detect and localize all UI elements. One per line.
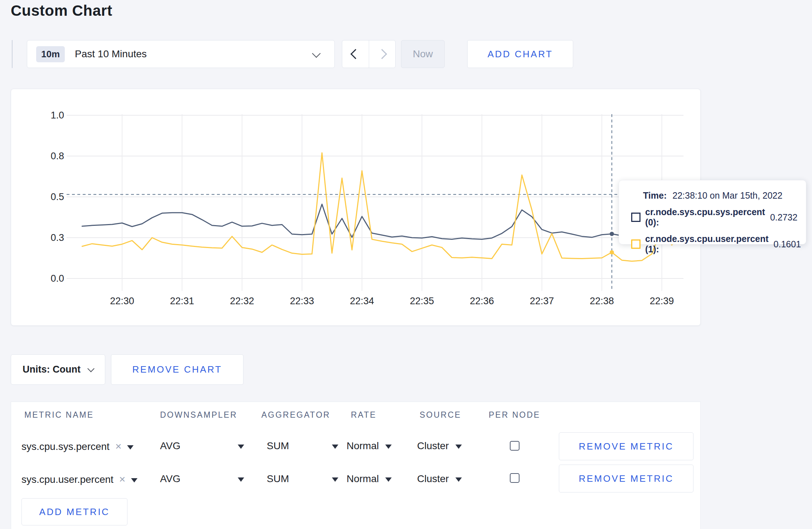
page-title: Custom Chart bbox=[11, 2, 112, 19]
clear-metric-icon[interactable]: × bbox=[119, 473, 126, 485]
rate-select[interactable]: Normal bbox=[347, 440, 392, 452]
downsampler-value: AVG bbox=[160, 440, 180, 451]
col-header-metric-name: METRIC NAME bbox=[24, 410, 94, 420]
dropdown-arrow-icon bbox=[238, 477, 244, 482]
remove-metric-button[interactable]: REMOVE METRIC bbox=[559, 465, 693, 492]
downsampler-select[interactable]: AVG bbox=[160, 440, 244, 452]
chart-card: 0.00.30.50.81.022:3022:3122:3222:3322:34… bbox=[11, 89, 701, 326]
series-user-swatch-icon bbox=[631, 239, 641, 249]
col-header-aggregator: AGGREGATOR bbox=[261, 410, 330, 420]
col-header-source: SOURCE bbox=[420, 410, 461, 420]
tooltip-user-name: cr.node.sys.cpu.user.percent (1): bbox=[645, 234, 769, 254]
dropdown-arrow-icon bbox=[455, 477, 462, 482]
source-value: Cluster bbox=[417, 440, 449, 451]
x-tick-label: 22:37 bbox=[530, 296, 554, 306]
x-tick-label: 22:30 bbox=[110, 296, 134, 306]
series-line bbox=[82, 204, 682, 239]
metric-name-value: sys.cpu.user.percent bbox=[21, 474, 113, 485]
rate-value: Normal bbox=[347, 473, 379, 484]
source-select[interactable]: Cluster bbox=[417, 440, 462, 452]
downsampler-select[interactable]: AVG bbox=[160, 473, 244, 485]
x-tick-label: 22:34 bbox=[350, 296, 374, 306]
metric-name-select[interactable]: sys.cpu.sys.percent× bbox=[21, 440, 134, 452]
time-pager bbox=[342, 40, 396, 68]
y-tick-label: 1.0 bbox=[50, 110, 64, 121]
per-node-checkbox[interactable] bbox=[510, 441, 519, 451]
aggregator-select[interactable]: SUM bbox=[267, 473, 338, 485]
col-header-per-node: PER NODE bbox=[489, 410, 540, 420]
chevron-left-icon bbox=[351, 49, 361, 59]
aggregator-select[interactable]: SUM bbox=[267, 440, 338, 452]
y-tick-label: 0.8 bbox=[50, 151, 64, 161]
metric-name-value: sys.cpu.sys.percent bbox=[21, 441, 110, 452]
remove-metric-button[interactable]: REMOVE METRIC bbox=[559, 432, 693, 460]
y-tick-label: 0.0 bbox=[50, 273, 64, 284]
chevron-down-icon bbox=[312, 49, 320, 58]
units-label: Units: Count bbox=[23, 364, 81, 375]
dropdown-arrow-icon bbox=[455, 445, 462, 449]
y-tick-label: 0.5 bbox=[50, 191, 64, 202]
x-tick-label: 22:31 bbox=[170, 296, 194, 306]
add-metric-button[interactable]: ADD METRIC bbox=[21, 498, 127, 525]
time-range-select[interactable]: 10m Past 10 Minutes bbox=[27, 40, 335, 68]
metric-name-select[interactable]: sys.cpu.user.percent× bbox=[21, 473, 137, 485]
chart-tooltip: Time: 22:38:10 on Mar 15th, 2022 cr.node… bbox=[619, 180, 806, 244]
units-select[interactable]: Units: Count bbox=[11, 354, 105, 385]
tooltip-sys-value: 0.2732 bbox=[770, 212, 797, 223]
source-value: Cluster bbox=[417, 473, 449, 484]
dropdown-arrow-icon bbox=[385, 445, 392, 449]
dropdown-arrow-icon bbox=[385, 477, 392, 482]
downsampler-value: AVG bbox=[160, 473, 180, 484]
timeseries-chart[interactable]: 0.00.30.50.81.022:3022:3122:3222:3322:34… bbox=[11, 89, 700, 325]
series-sys-swatch-icon bbox=[631, 213, 641, 222]
tooltip-time-label: Time: bbox=[643, 190, 667, 201]
tooltip-sys-name: cr.node.sys.cpu.sys.percent (0): bbox=[645, 207, 765, 228]
next-range-button[interactable] bbox=[369, 40, 396, 68]
per-node-checkbox[interactable] bbox=[510, 473, 519, 483]
rate-value: Normal bbox=[347, 440, 379, 451]
remove-chart-button[interactable]: REMOVE CHART bbox=[111, 354, 243, 385]
toolbar-left-divider bbox=[12, 40, 13, 68]
x-tick-label: 22:33 bbox=[290, 296, 314, 306]
x-tick-label: 22:32 bbox=[230, 296, 254, 306]
source-select[interactable]: Cluster bbox=[417, 473, 462, 485]
aggregator-value: SUM bbox=[267, 440, 289, 451]
rate-select[interactable]: Normal bbox=[347, 473, 392, 485]
x-tick-label: 22:35 bbox=[410, 296, 434, 306]
now-button[interactable]: Now bbox=[401, 40, 445, 68]
dropdown-arrow-icon[interactable] bbox=[127, 445, 134, 450]
tooltip-time-value: 22:38:10 on Mar 15th, 2022 bbox=[672, 190, 782, 201]
series-line bbox=[82, 153, 682, 261]
chevron-right-icon bbox=[377, 49, 387, 59]
y-tick-label: 0.3 bbox=[50, 232, 64, 243]
tooltip-user-value: 0.1601 bbox=[774, 239, 801, 249]
dropdown-arrow-icon bbox=[332, 477, 338, 482]
prev-range-button[interactable] bbox=[342, 40, 369, 68]
x-tick-label: 22:39 bbox=[650, 296, 674, 306]
clear-metric-icon[interactable]: × bbox=[115, 440, 122, 452]
x-tick-label: 22:38 bbox=[590, 296, 614, 306]
col-header-downsampler: DOWNSAMPLER bbox=[160, 410, 237, 420]
aggregator-value: SUM bbox=[267, 473, 289, 484]
add-chart-button[interactable]: ADD CHART bbox=[467, 40, 573, 68]
chevron-down-icon bbox=[87, 365, 95, 372]
dropdown-arrow-icon bbox=[332, 445, 338, 449]
time-range-badge: 10m bbox=[36, 46, 65, 62]
dropdown-arrow-icon bbox=[238, 445, 244, 449]
dropdown-arrow-icon[interactable] bbox=[131, 478, 137, 482]
col-header-rate: RATE bbox=[351, 410, 377, 420]
x-tick-label: 22:36 bbox=[470, 296, 494, 306]
time-range-label: Past 10 Minutes bbox=[75, 48, 147, 60]
